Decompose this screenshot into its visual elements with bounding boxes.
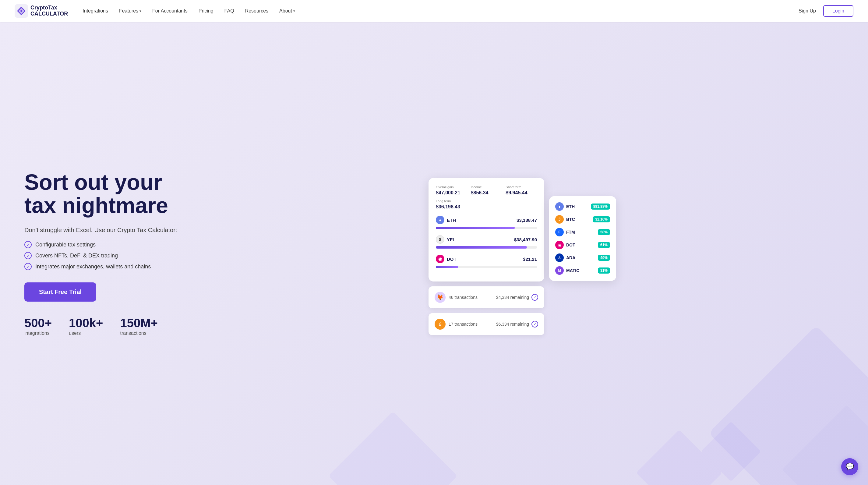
gain-ada-icon: A — [555, 253, 564, 262]
tx-avatar-2: ₿ — [435, 319, 445, 330]
gain-eth-icon: ♦ — [555, 202, 564, 211]
logo-name: CryptoTax — [30, 5, 68, 11]
features-chevron-icon: ▾ — [140, 9, 141, 13]
check-icon-1: ✓ — [24, 241, 32, 248]
summary-overall-gain: Overall gain $47,000.21 — [436, 185, 467, 195]
nav-accountants[interactable]: For Accountants — [152, 8, 188, 14]
hero-features-list: ✓ Configurable tax settings ✓ Covers NFT… — [24, 241, 201, 270]
summary-row: Overall gain $47,000.21 Income $856.34 S… — [436, 185, 537, 210]
check-icon-3: ✓ — [24, 263, 32, 270]
stat-transactions: 150M+ transactions — [120, 316, 157, 336]
nav-integrations[interactable]: Integrations — [83, 8, 108, 14]
stat-integrations-label: integrations — [24, 331, 52, 336]
nav-features[interactable]: Features ▾ — [119, 8, 141, 14]
tx-card-1: 🦊 46 transactions $4,334 remaining ✓ — [429, 286, 544, 308]
hero-left: Sort out your tax nightmare Don't strugg… — [24, 171, 201, 336]
tx-card-2: ₿ 17 transactions $6,334 remaining ✓ — [429, 313, 544, 335]
navbar: CryptoTax CALCULATOR Integrations Featur… — [0, 0, 868, 22]
gain-dot-icon: ◉ — [555, 241, 564, 249]
gain-row-btc: ₿ BTC 32.16% — [555, 215, 610, 223]
login-button[interactable]: Login — [823, 5, 854, 17]
yfi-progress-bar — [436, 246, 537, 249]
logo-sub: CALCULATOR — [30, 11, 68, 17]
hero-right: Overall gain $47,000.21 Income $856.34 S… — [201, 172, 844, 335]
gain-dot-badge: 61% — [598, 242, 610, 248]
gain-eth-badge: 881.88% — [591, 204, 610, 210]
tx-check-icon-1: ✓ — [531, 294, 538, 301]
nav-faq[interactable]: FAQ — [224, 8, 234, 14]
signup-button[interactable]: Sign Up — [799, 8, 816, 14]
gain-ada-badge: 49% — [598, 255, 610, 261]
gain-row-ftm: F FTM 58% — [555, 228, 610, 236]
hero-subtitle: Don't struggle with Excel. Use our Crypt… — [24, 226, 201, 234]
chat-icon: 💬 — [846, 463, 854, 471]
gain-row-eth: ♦ ETH 881.88% — [555, 202, 610, 211]
yfi-icon: $ — [436, 235, 444, 244]
gain-btc-icon: ₿ — [555, 215, 564, 223]
stat-users-number: 100k+ — [69, 316, 103, 330]
hero-stats: 500+ integrations 100k+ users 150M+ tran… — [24, 316, 201, 336]
summary-income: Income $856.34 — [471, 185, 502, 195]
gain-row-ada: A ADA 49% — [555, 253, 610, 262]
dot-progress-bar — [436, 266, 537, 268]
stat-transactions-number: 150M+ — [120, 316, 157, 330]
about-chevron-icon: ▾ — [293, 9, 295, 13]
gain-matic-badge: 31% — [598, 268, 610, 274]
stat-integrations: 500+ integrations — [24, 316, 52, 336]
gain-row-matic: M MATIC 31% — [555, 266, 610, 275]
gains-panel: ♦ ETH 881.88% ₿ BTC 32.16% F FTM 58% — [549, 196, 616, 281]
chat-button[interactable]: 💬 — [841, 458, 858, 475]
asset-row-dot: ◉ DOT $21.21 — [436, 255, 537, 268]
feature-item-1: ✓ Configurable tax settings — [24, 241, 201, 248]
stat-transactions-label: transactions — [120, 331, 157, 336]
dot-icon: ◉ — [436, 255, 444, 263]
asset-row-eth: ♦ ETH $3,138.47 — [436, 216, 537, 229]
nav-resources[interactable]: Resources — [245, 8, 268, 14]
summary-long-term: Long term $36,198.43 — [436, 199, 537, 210]
eth-progress-bar — [436, 226, 537, 229]
tx-avatar-1: 🦊 — [435, 292, 445, 303]
hero-section: Sort out your tax nightmare Don't strugg… — [0, 22, 868, 485]
gain-row-dot: ◉ DOT 61% — [555, 241, 610, 249]
logo[interactable]: CryptoTax CALCULATOR — [14, 4, 68, 18]
feature-item-3: ✓ Integrates major exchanges, wallets an… — [24, 263, 201, 270]
gain-matic-icon: M — [555, 266, 564, 275]
stat-users: 100k+ users — [69, 316, 103, 336]
logo-icon — [14, 4, 28, 18]
dashboard-main-card: Overall gain $47,000.21 Income $856.34 S… — [429, 178, 544, 335]
feature-item-2: ✓ Covers NFTs, DeFi & DEX trading — [24, 252, 201, 259]
stat-users-label: users — [69, 331, 103, 336]
nav-pricing[interactable]: Pricing — [198, 8, 214, 14]
nav-actions: Sign Up Login — [799, 5, 854, 17]
asset-row-yfi: $ YFI $38,497.90 — [436, 235, 537, 249]
summary-short-term: Short term $9,945.44 — [505, 185, 537, 195]
nav-about[interactable]: About ▾ — [279, 8, 295, 14]
gain-btc-badge: 32.16% — [593, 216, 610, 222]
start-trial-button[interactable]: Start Free Trial — [24, 282, 96, 302]
tx-check-icon-2: ✓ — [531, 321, 538, 328]
gain-ftm-badge: 58% — [598, 229, 610, 235]
check-icon-2: ✓ — [24, 252, 32, 259]
nav-links: Integrations Features ▾ For Accountants … — [83, 8, 799, 14]
gain-ftm-icon: F — [555, 228, 564, 236]
stat-integrations-number: 500+ — [24, 316, 52, 330]
eth-icon: ♦ — [436, 216, 444, 224]
hero-title: Sort out your tax nightmare — [24, 171, 201, 217]
